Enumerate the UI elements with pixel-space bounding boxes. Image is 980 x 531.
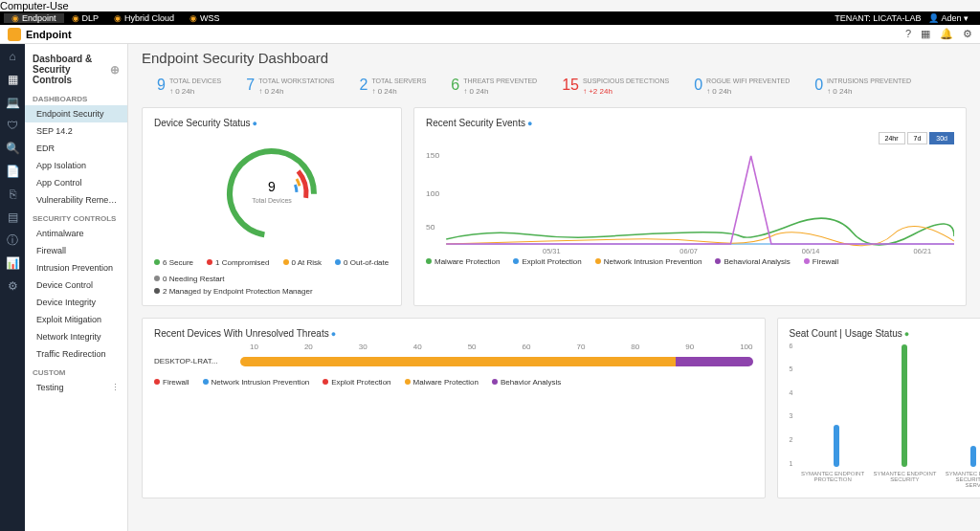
nav-vuln-remediation[interactable]: Vulnerability Remedia...	[25, 191, 127, 209]
metric-0[interactable]: 9TOTAL DEVICES↑ 0 24h	[157, 77, 221, 96]
card-recent-events: Recent Security Events● 24hr 7d 30d 150 …	[413, 107, 967, 306]
time-7d[interactable]: 7d	[907, 132, 928, 144]
section-controls: SECURITY CONTROLS	[25, 209, 127, 225]
top-tabs-bar: ◉Endpoint ◉DLP ◉Hybrid Cloud ◉WSS TENANT…	[0, 11, 980, 25]
info-icon[interactable]: ●	[527, 119, 532, 128]
tab-endpoint[interactable]: ◉Endpoint	[4, 13, 64, 23]
time-30d[interactable]: 30d	[929, 132, 954, 144]
metric-4[interactable]: 15SUSPICIOUS DETECTIONS↑ +2 24h	[562, 77, 669, 96]
metric-1[interactable]: 7TOTAL WORKSTATIONS↑ 0 24h	[246, 77, 334, 96]
seat-bar-3[interactable]	[970, 446, 976, 467]
nav-sep-14-2[interactable]: SEP 14.2	[25, 122, 127, 140]
svg-text:50: 50	[426, 223, 435, 232]
bar-seg-behavior	[676, 357, 752, 366]
nav-exploit-mitigation[interactable]: Exploit Mitigation	[25, 311, 127, 328]
seat-bar-1[interactable]	[834, 425, 839, 467]
user-menu[interactable]: 👤 Aden ▾	[928, 13, 969, 23]
rail-devices-icon[interactable]: 💻	[6, 96, 19, 109]
nav-app-isolation[interactable]: App Isolation	[25, 157, 127, 174]
seat-y-axis: 654321	[790, 343, 793, 467]
nav-app-control[interactable]: App Control	[25, 174, 127, 191]
unresolved-bar-row[interactable]: DESKTOP-LRAT...	[154, 357, 753, 366]
device-status-donut: 9 Total Devices	[210, 136, 334, 251]
time-24hr[interactable]: 24hr	[879, 132, 905, 144]
settings-icon[interactable]: ⚙	[963, 28, 972, 40]
rail-dashboard-icon[interactable]: ▦	[6, 73, 19, 86]
content-area: Endpoint Security Dashboard 9TOTAL DEVIC…	[128, 44, 980, 531]
sidepanel-header: Dashboard & Security Controls ⊕	[25, 52, 127, 89]
seat-categories: SYMANTEC ENDPOINT PROTECTION SYMANTEC EN…	[796, 471, 980, 488]
rail-chart-icon[interactable]: 📊	[6, 256, 19, 270]
recent-events-chart: 150 100 50 05/31 06/07 06/14 06/21	[426, 148, 954, 254]
rail-actions-icon[interactable]: ⎘	[6, 188, 19, 201]
svg-text:100: 100	[426, 189, 440, 198]
svg-text:06/14: 06/14	[802, 247, 820, 254]
section-dashboards: DASHBOARDS	[25, 89, 127, 105]
app-logo	[8, 28, 21, 41]
app-header: Endpoint ? ▦ 🔔 ⚙	[0, 25, 980, 44]
svg-text:05/31: 05/31	[543, 247, 561, 254]
unresolved-axis: 102030405060708090100	[154, 343, 753, 351]
nav-traffic-redirection[interactable]: Traffic Redirection	[25, 345, 127, 363]
seat-chart	[796, 343, 980, 467]
rail-shield-icon[interactable]: 🛡	[6, 119, 19, 132]
rail-reports-icon[interactable]: ▤	[6, 210, 19, 224]
side-panel: Dashboard & Security Controls ⊕ DASHBOAR…	[25, 44, 128, 531]
card-unresolved-threats: Recent Devices With Unresolved Threats● …	[142, 318, 766, 498]
nav-device-integrity[interactable]: Device Integrity	[25, 294, 127, 311]
nav-endpoint-security[interactable]: Endpoint Security	[25, 105, 127, 122]
seat-bar-2[interactable]	[902, 344, 907, 467]
app-name: Endpoint	[26, 29, 72, 40]
metric-2[interactable]: 2TOTAL SERVERS↑ 0 24h	[360, 77, 427, 96]
metric-3[interactable]: 6THREATS PREVENTED↑ 0 24h	[451, 77, 537, 96]
rail-info-icon[interactable]: ⓘ	[6, 233, 19, 247]
icon-rail: ⌂ ▦ 💻 🛡 🔍 📄 ⎘ ▤ ⓘ 📊 ⚙	[0, 44, 25, 531]
card-title: Recent Security Events●	[426, 118, 954, 128]
rail-home-icon[interactable]: ⌂	[6, 50, 19, 63]
metric-5[interactable]: 0ROGUE WIFI PREVENTED↑ 0 24h	[694, 77, 790, 96]
add-dashboard-icon[interactable]: ⊕	[110, 63, 120, 77]
card-seat-count: Seat Count | Usage Status● 654321 SYMANT…	[777, 318, 980, 498]
svg-text:150: 150	[426, 151, 440, 160]
tab-dlp[interactable]: ◉DLP	[64, 13, 107, 23]
device-status-legend: 6 Secure 1 Compromised 0 At Risk 0 Out-o…	[154, 258, 390, 283]
bell-icon[interactable]: 🔔	[940, 28, 953, 40]
nav-testing[interactable]: Testing⋮	[25, 379, 127, 396]
nav-antimalware[interactable]: Antimalware	[25, 225, 127, 242]
help-icon[interactable]: ?	[905, 28, 911, 40]
nav-edr[interactable]: EDR	[25, 140, 127, 157]
apps-icon[interactable]: ▦	[921, 28, 930, 40]
info-icon[interactable]: ●	[331, 329, 336, 339]
tenant-label: TENANT: LICATA-LAB	[835, 13, 921, 23]
metric-6[interactable]: 0INTRUSIONS PREVENTED↑ 0 24h	[814, 77, 911, 96]
nav-firewall[interactable]: Firewall	[25, 242, 127, 259]
rail-search-icon[interactable]: 🔍	[6, 142, 19, 155]
rail-policy-icon[interactable]: 📄	[6, 165, 19, 178]
ok-icon: ●	[904, 329, 909, 339]
svg-text:06/07: 06/07	[679, 247, 698, 254]
section-custom: CUSTOM	[25, 363, 127, 379]
svg-text:9: 9	[268, 179, 276, 194]
recent-events-legend: Malware Protection Exploit Protection Ne…	[426, 257, 954, 266]
page-title: Endpoint Security Dashboard	[142, 50, 967, 66]
card-title: Device Security Status●	[154, 118, 390, 128]
unresolved-legend: Firewall Network Intrusion Prevention Ex…	[154, 378, 753, 387]
bar-seg-malware	[240, 357, 676, 366]
more-icon[interactable]: ⋮	[111, 383, 120, 392]
nav-intrusion-prevention[interactable]: Intrusion Prevention	[25, 259, 127, 277]
nav-network-integrity[interactable]: Network Integrity	[25, 328, 127, 345]
card-device-status: Device Security Status● 9 Total Devices	[142, 107, 402, 306]
metrics-strip: 9TOTAL DEVICES↑ 0 24h7TOTAL WORKSTATIONS…	[142, 74, 967, 107]
tab-wss[interactable]: ◉WSS	[182, 13, 228, 23]
nav-device-control[interactable]: Device Control	[25, 277, 127, 294]
svg-text:06/21: 06/21	[914, 247, 932, 254]
svg-text:Total Devices: Total Devices	[252, 197, 292, 204]
rail-gear-icon[interactable]: ⚙	[6, 279, 19, 293]
info-icon[interactable]: ●	[253, 119, 257, 128]
card-title: Recent Devices With Unresolved Threats●	[154, 328, 753, 339]
card-title: Seat Count | Usage Status●	[790, 328, 980, 339]
tab-hybrid-cloud[interactable]: ◉Hybrid Cloud	[106, 13, 182, 23]
